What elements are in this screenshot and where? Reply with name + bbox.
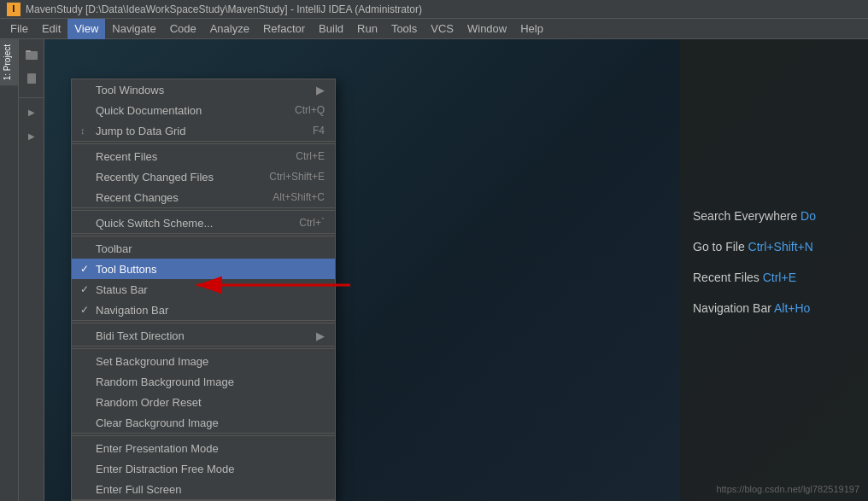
svg-rect-2: [27, 73, 36, 84]
view-dropdown-menu: Tool Windows ▶ Quick Documentation Ctrl+…: [71, 79, 336, 501]
menu-presentation[interactable]: Enter Presentation Mode: [72, 438, 335, 458]
menu-clear-bg[interactable]: Clear Background Image: [72, 412, 335, 433]
sidebar-icon-folder[interactable]: [21, 44, 42, 65]
menu-quick-switch[interactable]: Quick Switch Scheme... Ctrl+`: [72, 213, 335, 233]
menu-section-2: Recent Files Ctrl+E Recently Changed Fil…: [72, 146, 335, 208]
menu-random-reset[interactable]: Random Order Reset: [72, 392, 335, 412]
window-title: MavenStudy [D:\Data\IdeaWorkSpaceStudy\M…: [26, 3, 422, 15]
menu-tool-windows[interactable]: Tool Windows ▶: [72, 79, 335, 100]
menu-section-5: Bidi Text Direction ▶: [72, 325, 335, 347]
shortcut-goto-key: Ctrl+Shift+N: [748, 240, 813, 253]
menu-tool-buttons-label: Tool Buttons: [96, 263, 157, 276]
menu-refactor[interactable]: Refactor: [256, 19, 312, 39]
shortcut-nav-label: Navigation Bar: [693, 301, 771, 315]
menu-jump-label: Jump to Data Grid: [96, 125, 186, 137]
menu-presentation-label: Enter Presentation Mode: [96, 442, 219, 455]
shortcut-url: https://blog.csdn.net/lgl782519197: [716, 484, 859, 494]
menu-navigation-bar[interactable]: ✓ Navigation Bar: [72, 300, 335, 320]
menu-file[interactable]: File: [3, 19, 35, 39]
shortcut-recent-key: Ctrl+E: [763, 271, 796, 284]
shortcut-search: Search Everywhere Do: [693, 209, 855, 223]
menu-run[interactable]: Run: [350, 19, 384, 39]
menu-status-bar-label: Status Bar: [96, 283, 148, 296]
menu-quick-switch-shortcut: Ctrl+`: [299, 217, 325, 229]
menu-set-bg[interactable]: Set Background Image: [72, 351, 335, 371]
shortcut-recent-label: Recent Files: [693, 271, 760, 284]
menu-section-1: Tool Windows ▶ Quick Documentation Ctrl+…: [72, 79, 335, 142]
app-icon: I: [7, 3, 21, 16]
menu-section-7: Enter Presentation Mode Enter Distractio…: [72, 438, 335, 500]
menu-jump-data-grid[interactable]: ↕ Jump to Data Grid F4: [72, 120, 335, 141]
divider-1: [72, 143, 335, 144]
shortcut-goto-label: Go to File: [693, 240, 745, 253]
menu-recent-files[interactable]: Recent Files Ctrl+E: [72, 146, 335, 166]
menu-section-4: Toolbar ✓ Tool Buttons ✓ Status Bar ✓ Na…: [72, 238, 335, 321]
menu-quick-switch-label: Quick Switch Scheme...: [96, 217, 213, 230]
divider-4: [72, 323, 335, 323]
menu-recent-changes[interactable]: Recent Changes Alt+Shift+C: [72, 187, 335, 207]
menu-section-6: Set Background Image Random Background I…: [72, 351, 335, 434]
menu-tool-buttons[interactable]: ✓ Tool Buttons: [72, 259, 335, 279]
menu-toolbar[interactable]: Toolbar: [72, 238, 335, 259]
menu-distraction-label: Enter Distraction Free Mode: [96, 463, 235, 475]
vertical-tabs: 1: Project: [0, 39, 19, 501]
menu-navigation-bar-label: Navigation Bar: [96, 304, 168, 317]
title-bar: I MavenStudy [D:\Data\IdeaWorkSpaceStudy…: [0, 0, 868, 19]
menu-quick-documentation[interactable]: Quick Documentation Ctrl+Q: [72, 100, 335, 120]
menu-toolbar-label: Toolbar: [96, 242, 132, 255]
menu-distraction-free[interactable]: Enter Distraction Free Mode: [72, 458, 335, 479]
menu-random-reset-label: Random Order Reset: [96, 396, 202, 409]
jump-icon: ↕: [80, 125, 85, 136]
menu-full-screen-label: Enter Full Screen: [96, 483, 181, 496]
menu-recently-changed-label: Recently Changed Files: [96, 171, 214, 184]
check-icon: ✓: [80, 263, 89, 275]
shortcut-nav-bar: Navigation Bar Alt+Ho: [693, 301, 855, 315]
divider-2: [72, 210, 335, 211]
menu-code[interactable]: Code: [163, 19, 203, 39]
svg-rect-0: [26, 51, 38, 60]
menu-bidi-text[interactable]: Bidi Text Direction ▶: [72, 325, 335, 346]
menu-recently-changed[interactable]: Recently Changed Files Ctrl+Shift+E: [72, 166, 335, 187]
menu-status-bar[interactable]: ✓ Status Bar: [72, 279, 335, 300]
menu-window[interactable]: Window: [460, 19, 513, 39]
menu-analyze[interactable]: Analyze: [203, 19, 256, 39]
menu-view[interactable]: View: [67, 19, 105, 39]
menu-build[interactable]: Build: [312, 19, 350, 39]
menu-section-3: Quick Switch Scheme... Ctrl+`: [72, 213, 335, 234]
shortcut-recent-files: Recent Files Ctrl+E: [693, 271, 855, 284]
svg-rect-1: [26, 50, 31, 52]
menu-quick-doc-label: Quick Documentation: [96, 104, 202, 117]
menu-jump-shortcut: F4: [313, 125, 325, 137]
menu-clear-bg-label: Clear Background Image: [96, 417, 219, 429]
menu-random-bg[interactable]: Random Background Image: [72, 371, 335, 392]
shortcut-goto-file: Go to File Ctrl+Shift+N: [693, 240, 855, 253]
divider-5: [72, 348, 335, 349]
sidebar-expand-icon[interactable]: ▶: [21, 102, 42, 122]
menu-recent-files-label: Recent Files: [96, 150, 157, 163]
menu-vcs[interactable]: VCS: [424, 19, 460, 39]
shortcut-search-key: Do: [801, 209, 816, 223]
menu-edit[interactable]: Edit: [35, 19, 67, 39]
left-sidebar: ▶ ▶: [19, 39, 44, 501]
menu-full-screen[interactable]: Enter Full Screen: [72, 479, 335, 499]
menu-bar: File Edit View Navigate Code Analyze Ref…: [0, 19, 868, 39]
menu-quick-doc-shortcut: Ctrl+Q: [295, 104, 325, 116]
status-bar-check-icon: ✓: [80, 283, 89, 295]
menu-navigate[interactable]: Navigate: [105, 19, 162, 39]
menu-set-bg-label: Set Background Image: [96, 355, 208, 368]
menu-tool-windows-label: Tool Windows: [96, 84, 164, 96]
submenu-arrow-icon: ▶: [316, 84, 325, 96]
menu-help[interactable]: Help: [513, 19, 550, 39]
divider-6: [72, 435, 335, 436]
bidi-arrow-icon: ▶: [316, 329, 325, 342]
menu-tools[interactable]: Tools: [384, 19, 424, 39]
vtab-project[interactable]: 1: Project: [0, 39, 18, 85]
menu-bidi-label: Bidi Text Direction: [96, 329, 185, 342]
sidebar-icon-file[interactable]: [21, 68, 42, 89]
nav-bar-check-icon: ✓: [80, 304, 89, 316]
shortcut-nav-key: Alt+Ho: [774, 301, 810, 315]
sidebar-expand2-icon[interactable]: ▶: [21, 125, 42, 146]
main-area: 1: Project ▶ ▶ Search Everywhere Do: [0, 39, 868, 501]
shortcuts-panel: Search Everywhere Do Go to File Ctrl+Shi…: [680, 39, 868, 501]
menu-recent-files-shortcut: Ctrl+E: [296, 150, 325, 162]
